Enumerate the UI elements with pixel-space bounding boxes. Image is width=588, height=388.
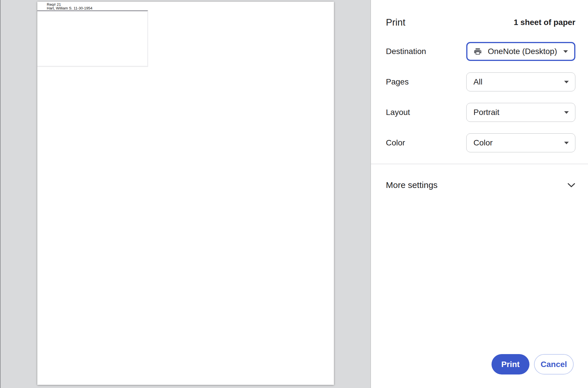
- layout-value: Portrait: [473, 108, 499, 117]
- page-content-box: [37, 10, 148, 67]
- print-button[interactable]: Print: [492, 354, 529, 374]
- preview-page: Req# 21 Hart, William S. 11-30-1954: [37, 2, 334, 385]
- page-header-line2: Hart, William S. 11-30-1954: [47, 7, 92, 10]
- pages-row: Pages All: [386, 72, 575, 91]
- color-select[interactable]: Color: [466, 133, 575, 152]
- print-preview-area: Req# 21 Hart, William S. 11-30-1954: [1, 0, 370, 388]
- pages-label: Pages: [386, 77, 409, 87]
- panel-header: Print 1 sheet of paper: [386, 14, 575, 30]
- pages-value: All: [473, 77, 482, 87]
- layout-select[interactable]: Portrait: [466, 103, 575, 122]
- print-dialog: Req# 21 Hart, William S. 11-30-1954 Prin…: [0, 0, 588, 388]
- chevron-down-icon: [567, 183, 575, 188]
- destination-label: Destination: [386, 47, 426, 56]
- destination-select[interactable]: OneNote (Desktop): [466, 42, 575, 61]
- caret-down-icon: [564, 81, 569, 83]
- print-settings-panel: Print 1 sheet of paper Destination OneNo…: [371, 0, 588, 388]
- cancel-button[interactable]: Cancel: [534, 354, 574, 374]
- printer-icon: [473, 47, 482, 56]
- layout-row: Layout Portrait: [386, 103, 575, 122]
- color-label: Color: [386, 138, 405, 147]
- caret-down-icon: [564, 142, 569, 144]
- section-divider: [371, 164, 588, 164]
- caret-down-icon: [563, 50, 568, 53]
- dialog-title: Print: [386, 17, 405, 28]
- page-header-text: Req# 21 Hart, William S. 11-30-1954: [47, 3, 92, 10]
- caret-down-icon: [564, 111, 569, 114]
- color-value: Color: [473, 138, 493, 147]
- pages-select[interactable]: All: [466, 72, 575, 91]
- more-settings-label: More settings: [386, 180, 438, 190]
- more-settings-toggle[interactable]: More settings: [386, 177, 575, 193]
- destination-value: OneNote (Desktop): [488, 47, 557, 56]
- sheet-count: 1 sheet of paper: [514, 18, 575, 27]
- color-row: Color Color: [386, 133, 575, 152]
- layout-label: Layout: [386, 108, 410, 117]
- destination-row: Destination OneNote (Desktop): [386, 42, 575, 61]
